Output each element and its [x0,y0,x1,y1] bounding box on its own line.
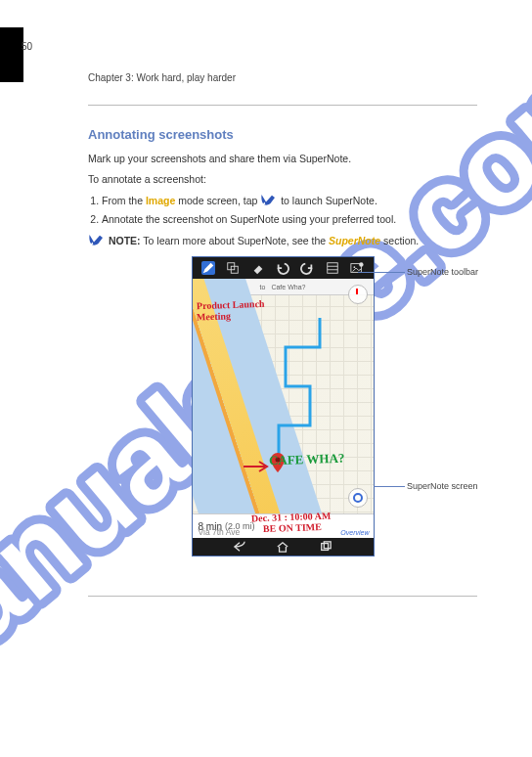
overview-link[interactable]: Overview [340,529,369,536]
divider [88,105,477,106]
svg-rect-4 [327,263,337,274]
note-paragraph: NOTE: To learn more about SuperNote, see… [88,233,477,248]
locate-me-icon[interactable] [348,488,368,508]
note-lead: NOTE: [109,235,141,246]
chapter-heading: Chapter 3: Work hard, play harder [88,72,477,83]
pen-icon [260,193,278,208]
page-edge-tab [0,27,23,82]
recent-apps-icon[interactable] [319,541,332,553]
undo-icon[interactable] [276,261,289,275]
section-title: Annotating screenshots [88,127,477,142]
device-nav-bar [193,538,374,556]
svg-rect-12 [324,542,331,549]
list-item: Annotate the screenshot on SuperNote usi… [102,212,477,227]
handwriting: BE ON TIME [262,522,321,535]
steps-list: From the Image mode screen, tap to launc… [102,193,477,227]
page-number: 50 [22,41,32,52]
divider [88,596,477,597]
back-icon[interactable] [233,541,246,553]
list-item: From the Image mode screen, tap to launc… [102,193,477,208]
svg-point-9 [359,263,363,267]
svg-rect-11 [322,544,329,551]
section-intro: Mark up your screenshots and share them … [88,152,477,166]
mode-name: Image [146,195,175,206]
shape-icon[interactable] [226,261,240,275]
device-mock: to Cafe Wha? Product Launch [192,256,375,557]
figure: SuperNote toolbar SuperNote screen [170,256,395,557]
pencil-icon[interactable] [201,261,215,275]
pen-icon [88,233,106,248]
callout-label-toolbar: SuperNote toolbar [407,267,478,277]
callout-label-screen: SuperNote screen [407,481,478,491]
note-body: To learn more about SuperNote, see the [143,235,329,246]
step-text: to launch SuperNote. [278,195,377,206]
note-link: SuperNote [329,235,380,246]
step-text: From the [102,195,146,206]
handwriting: Meeting [196,312,230,324]
home-icon[interactable] [276,541,289,553]
svg-point-8 [353,267,355,269]
note-tail: section. [380,235,419,246]
callout-line [358,272,405,273]
route-info-bar: 8 min (2.0 mi) Via 7th Ave Dec. 31 : 10:… [193,513,374,538]
handwriting: CAFE WHA? [268,452,344,468]
step-text: Annotate the screenshot on SuperNote usi… [102,213,396,225]
step-text: mode screen, tap [175,195,260,206]
handwriting-arrow [242,460,271,475]
route-via: Via 7th Ave [199,527,241,537]
supernote-toolbar [193,257,374,279]
map-screenshot: to Cafe Wha? Product Launch [193,279,374,513]
steps-label: To annotate a screenshot: [88,172,477,187]
redo-icon[interactable] [300,261,314,275]
eraser-icon[interactable] [251,261,265,275]
grid-icon[interactable] [326,261,339,275]
